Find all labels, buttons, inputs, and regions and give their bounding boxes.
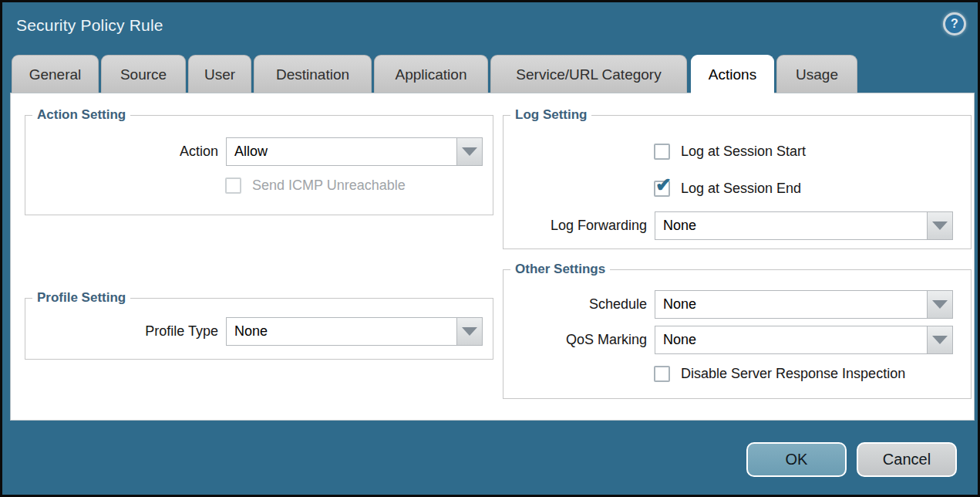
dsri-row: Disable Server Response Inspection [654, 366, 905, 382]
cancel-button[interactable]: Cancel [857, 442, 957, 477]
chevron-down-icon [932, 300, 948, 309]
log-session-start-label: Log at Session Start [681, 144, 806, 160]
profile-type-dropdown-value[interactable]: None [226, 317, 457, 346]
chevron-down-icon [462, 327, 477, 336]
chevron-down-icon [932, 221, 948, 230]
log-forwarding-row: Log Forwarding None [503, 211, 953, 240]
tab-user[interactable]: User [188, 55, 251, 93]
chevron-down-icon [462, 147, 477, 156]
schedule-dropdown-button[interactable] [927, 290, 953, 319]
qos-marking-row: QoS Marking None [503, 326, 953, 354]
send-icmp-checkbox [225, 178, 241, 194]
profile-setting-group: Profile Setting Profile Type None [25, 298, 493, 360]
action-dropdown-value[interactable]: Allow [226, 137, 457, 166]
profile-type-row: Profile Type None [33, 317, 483, 346]
profile-type-dropdown-button[interactable] [456, 317, 483, 346]
qos-marking-label: QoS Marking [503, 332, 647, 348]
dsri-checkbox[interactable] [654, 366, 670, 382]
action-label: Action [33, 144, 218, 160]
qos-marking-dropdown-button[interactable] [927, 326, 953, 354]
actions-tab-panel: Action Setting Action Allow Send ICMP Un… [10, 93, 975, 421]
log-forwarding-dropdown-value[interactable]: None [655, 211, 928, 240]
log-forwarding-label: Log Forwarding [503, 218, 647, 234]
log-setting-group: Log Setting Log at Session Start ✔ Log a… [503, 115, 972, 249]
profile-type-dropdown[interactable]: None [226, 317, 483, 346]
log-session-end-label: Log at Session End [681, 181, 801, 197]
action-setting-group: Action Setting Action Allow Send ICMP Un… [25, 115, 493, 215]
help-question-glyph: ? [951, 17, 958, 31]
tab-bar: General Source User Destination Applicat… [12, 55, 857, 93]
schedule-row: Schedule None [503, 290, 953, 319]
help-icon[interactable]: ? [943, 12, 966, 36]
tab-actions[interactable]: Actions [691, 55, 774, 95]
action-setting-legend: Action Setting [32, 107, 130, 123]
send-icmp-row: Send ICMP Unreachable [225, 178, 406, 194]
action-dropdown[interactable]: Allow [226, 137, 483, 166]
schedule-label: Schedule [503, 296, 647, 313]
ok-button[interactable]: OK [746, 442, 847, 477]
tab-general[interactable]: General [12, 55, 99, 93]
other-settings-legend: Other Settings [510, 262, 610, 277]
tab-source[interactable]: Source [101, 55, 186, 93]
chevron-down-icon [932, 336, 948, 344]
profile-setting-legend: Profile Setting [32, 290, 130, 306]
qos-marking-dropdown-value[interactable]: None [655, 326, 928, 354]
log-session-start-checkbox[interactable] [654, 144, 670, 160]
dsri-label: Disable Server Response Inspection [681, 366, 905, 382]
tab-application[interactable]: Application [374, 55, 488, 93]
log-session-end-row: ✔ Log at Session End [654, 181, 801, 197]
log-session-start-row: Log at Session Start [654, 144, 806, 160]
tab-destination[interactable]: Destination [254, 55, 372, 93]
log-session-end-checkbox[interactable]: ✔ [654, 181, 670, 197]
schedule-dropdown-value[interactable]: None [655, 290, 928, 319]
security-policy-rule-dialog: Security Policy Rule ? General Source Us… [0, 0, 980, 497]
tab-service-url-category[interactable]: Service/URL Category [490, 55, 687, 93]
qos-marking-dropdown[interactable]: None [655, 326, 953, 354]
action-dropdown-button[interactable] [456, 137, 483, 166]
dialog-title: Security Policy Rule [16, 16, 163, 35]
schedule-dropdown[interactable]: None [655, 290, 953, 319]
other-settings-group: Other Settings Schedule None QoS Marking… [503, 269, 972, 399]
log-setting-legend: Log Setting [510, 107, 591, 123]
tab-usage[interactable]: Usage [776, 55, 857, 93]
profile-type-label: Profile Type [33, 323, 218, 340]
log-forwarding-dropdown[interactable]: None [655, 211, 953, 240]
checkmark-icon: ✔ [655, 175, 672, 194]
send-icmp-label: Send ICMP Unreachable [252, 178, 406, 194]
action-row: Action Allow [33, 137, 483, 166]
log-forwarding-dropdown-button[interactable] [927, 211, 953, 240]
